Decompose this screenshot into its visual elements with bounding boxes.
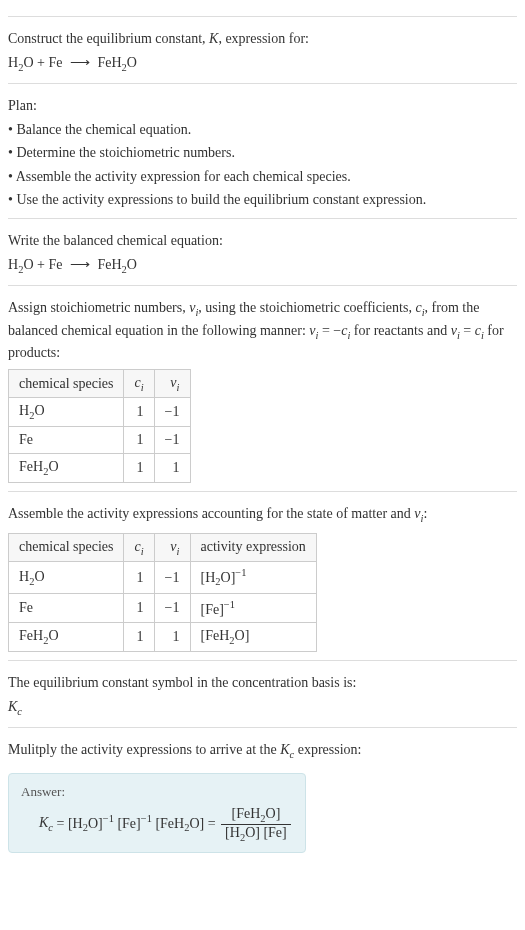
col-species: chemical species [9,369,124,398]
activity-table: chemical species ci νi activity expressi… [8,533,317,653]
cell-vi: 1 [154,454,190,483]
cell-vi: 1 [154,623,190,652]
col-ci: ci [124,369,154,398]
cell-species: FeH2O [9,454,124,483]
table-header-row: chemical species ci νi [9,369,191,398]
activity-section: Assemble the activity expressions accoun… [8,491,517,652]
plan-item-3: • Assemble the activity expression for e… [8,167,517,187]
cell-ci: 1 [124,398,154,427]
plan-title: Plan: [8,96,517,116]
multiply-section: Mulitply the activity expressions to arr… [8,727,517,853]
assign-section: Assign stoichiometric numbers, νi, using… [8,285,517,483]
intro-section: Construct the equilibrium constant, K, e… [8,16,517,75]
cell-vi: −1 [154,427,190,454]
answer-expression: Kc = [H2O]−1 [Fe]−1 [FeH2O] = [FeH2O] [H… [39,806,293,843]
plan-item-4: • Use the activity expressions to build … [8,190,517,210]
plan-item-1: • Balance the chemical equation. [8,120,517,140]
cell-species: FeH2O [9,623,124,652]
activity-title: Assemble the activity expressions accoun… [8,504,517,526]
answer-label: Answer: [21,784,293,800]
intro-text: Construct the equilibrium constant, K, e… [8,29,517,49]
symbol-value: Kc [8,697,517,719]
col-ci: ci [124,533,154,562]
table-header-row: chemical species ci νi activity expressi… [9,533,317,562]
intro-reaction: H2O + Fe ⟶ FeH2O [8,53,517,75]
cell-vi: −1 [154,562,190,593]
cell-species: H2O [9,562,124,593]
cell-activity: [Fe]−1 [190,593,316,623]
cell-vi: −1 [154,593,190,623]
cell-species: Fe [9,427,124,454]
cell-species: Fe [9,593,124,623]
col-activity: activity expression [190,533,316,562]
table-row: FeH2O 1 1 [9,454,191,483]
table-row: FeH2O 1 1 [FeH2O] [9,623,317,652]
multiply-text: Mulitply the activity expressions to arr… [8,740,517,762]
cell-activity: [FeH2O] [190,623,316,652]
table-row: H2O 1 −1 [9,398,191,427]
cell-ci: 1 [124,623,154,652]
col-vi: νi [154,369,190,398]
cell-activity: [H2O]−1 [190,562,316,593]
stoich-table: chemical species ci νi H2O 1 −1 Fe 1 −1 … [8,369,191,483]
plan-section: Plan: • Balance the chemical equation. •… [8,83,517,210]
plan-item-2: • Determine the stoichiometric numbers. [8,143,517,163]
col-vi: νi [154,533,190,562]
answer-box: Answer: Kc = [H2O]−1 [Fe]−1 [FeH2O] = [F… [8,773,306,854]
table-row: Fe 1 −1 [9,427,191,454]
cell-ci: 1 [124,427,154,454]
symbol-section: The equilibrium constant symbol in the c… [8,660,517,719]
cell-ci: 1 [124,562,154,593]
balanced-title: Write the balanced chemical equation: [8,231,517,251]
table-row: Fe 1 −1 [Fe]−1 [9,593,317,623]
symbol-text: The equilibrium constant symbol in the c… [8,673,517,693]
balanced-section: Write the balanced chemical equation: H2… [8,218,517,277]
cell-ci: 1 [124,454,154,483]
balanced-reaction: H2O + Fe ⟶ FeH2O [8,255,517,277]
cell-species: H2O [9,398,124,427]
assign-text: Assign stoichiometric numbers, νi, using… [8,298,517,363]
cell-ci: 1 [124,593,154,623]
cell-vi: −1 [154,398,190,427]
table-row: H2O 1 −1 [H2O]−1 [9,562,317,593]
col-species: chemical species [9,533,124,562]
